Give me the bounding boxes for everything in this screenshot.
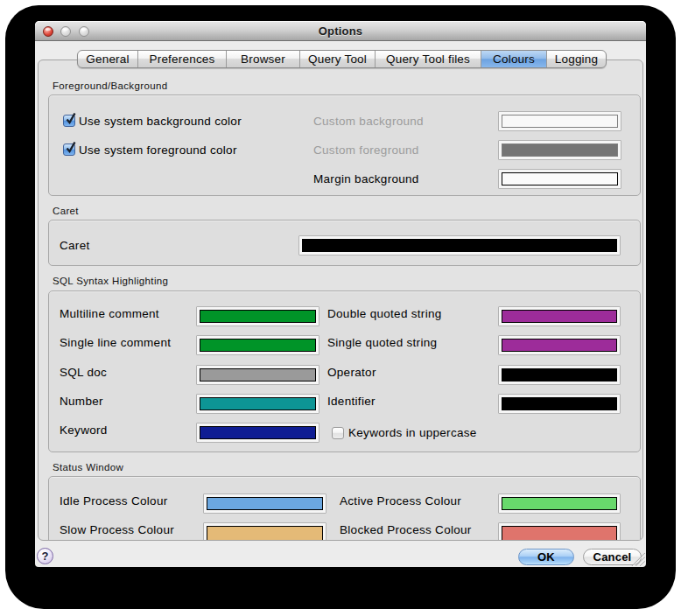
color-button-number[interactable]: [196, 394, 319, 414]
ok-button[interactable]: OK: [518, 549, 574, 565]
color-button-custom-foreground[interactable]: [498, 140, 621, 160]
titlebar[interactable]: Options: [35, 21, 646, 41]
color-fill: [502, 339, 617, 352]
tab-query-tool[interactable]: Query Tool: [300, 51, 376, 67]
color-button-active-process[interactable]: [498, 494, 621, 514]
label-margin-background: Margin background: [313, 172, 419, 186]
label-identifier: Identifier: [327, 395, 376, 408]
tab-browser[interactable]: Browser: [227, 51, 300, 67]
color-button-blocked-process[interactable]: [498, 522, 621, 541]
group-label-caret: Caret: [53, 206, 79, 216]
notebook-page: Foreground/Background Use system backgro…: [38, 60, 643, 541]
color-fill: [502, 144, 618, 157]
color-button-single-quoted-string[interactable]: [498, 335, 621, 355]
label-number: Number: [60, 395, 103, 408]
label-slow-process: Slow Process Colour: [60, 523, 174, 536]
color-fill: [302, 239, 617, 252]
color-fill: [207, 497, 323, 510]
color-fill: [200, 426, 316, 439]
checkbox-label-use-system-background: Use system background color: [79, 115, 242, 128]
color-button-custom-background[interactable]: [498, 111, 621, 131]
label-custom-foreground: Custom foreground: [313, 144, 419, 157]
tab-colours[interactable]: Colours: [481, 51, 547, 67]
screenshot-stage: Options Foreground/Background Use system…: [0, 0, 681, 616]
color-button-keyword[interactable]: [196, 423, 319, 443]
color-button-margin-background[interactable]: [498, 169, 621, 189]
label-operator: Operator: [327, 366, 376, 379]
color-fill: [200, 310, 316, 323]
resize-grip[interactable]: [629, 550, 645, 566]
label-active-process: Active Process Colour: [340, 494, 461, 508]
help-button[interactable]: ?: [37, 548, 53, 564]
color-fill: [502, 115, 618, 128]
window-title: Options: [35, 24, 646, 38]
color-button-single-line-comment[interactable]: [196, 335, 319, 355]
label-custom-background: Custom background: [313, 115, 424, 128]
checkbox-label-use-system-foreground: Use system foreground color: [79, 144, 237, 157]
label-blocked-process: Blocked Process Colour: [340, 523, 472, 536]
color-fill: [200, 339, 316, 352]
color-button-sql-doc[interactable]: [196, 365, 319, 385]
color-button-multiline-comment[interactable]: [196, 306, 319, 326]
checkbox-label-keywords-uppercase: Keywords in uppercase: [348, 426, 477, 439]
tab-logging[interactable]: Logging: [547, 51, 606, 67]
color-button-identifier[interactable]: [498, 394, 621, 414]
color-button-caret[interactable]: [298, 235, 621, 256]
checkbox-use-system-foreground[interactable]: [63, 144, 75, 156]
checkmark-icon: [64, 111, 78, 125]
group-label-sql-syntax: SQL Syntax Highlighting: [53, 276, 168, 286]
color-fill: [502, 397, 617, 410]
label-caret: Caret: [60, 239, 90, 252]
color-fill: [200, 397, 316, 410]
checkbox-keywords-uppercase[interactable]: [332, 427, 344, 439]
label-keyword: Keyword: [60, 424, 108, 437]
checkbox-use-system-background[interactable]: [63, 115, 75, 127]
label-single-line-comment: Single line comment: [60, 336, 171, 349]
options-dialog: Options Foreground/Background Use system…: [35, 21, 646, 567]
label-single-quoted-string: Single quoted string: [327, 336, 437, 349]
label-sql-doc: SQL doc: [60, 366, 107, 379]
color-fill: [502, 526, 617, 541]
tabbar: General Preferences Browser Query Tool Q…: [77, 50, 607, 68]
group-label-status-window: Status Window: [53, 462, 123, 472]
tab-general[interactable]: General: [78, 51, 138, 67]
color-fill: [502, 172, 618, 186]
label-multiline-comment: Multiline comment: [60, 307, 159, 320]
label-idle-process: Idle Process Colour: [60, 494, 168, 508]
color-fill: [502, 368, 617, 382]
color-fill: [502, 497, 617, 510]
color-fill: [200, 368, 316, 382]
color-button-operator[interactable]: [498, 365, 621, 385]
color-button-double-quoted-string[interactable]: [498, 306, 621, 326]
checkmark-icon: [64, 140, 78, 154]
tab-query-tool-files[interactable]: Query Tool files: [376, 51, 481, 67]
color-button-idle-process[interactable]: [203, 494, 326, 514]
color-fill: [207, 526, 323, 541]
color-button-slow-process[interactable]: [203, 522, 326, 541]
tab-preferences[interactable]: Preferences: [138, 51, 227, 67]
color-fill: [502, 310, 617, 323]
label-double-quoted-string: Double quoted string: [327, 307, 442, 320]
group-label-foreground-background: Foreground/Background: [53, 80, 167, 91]
